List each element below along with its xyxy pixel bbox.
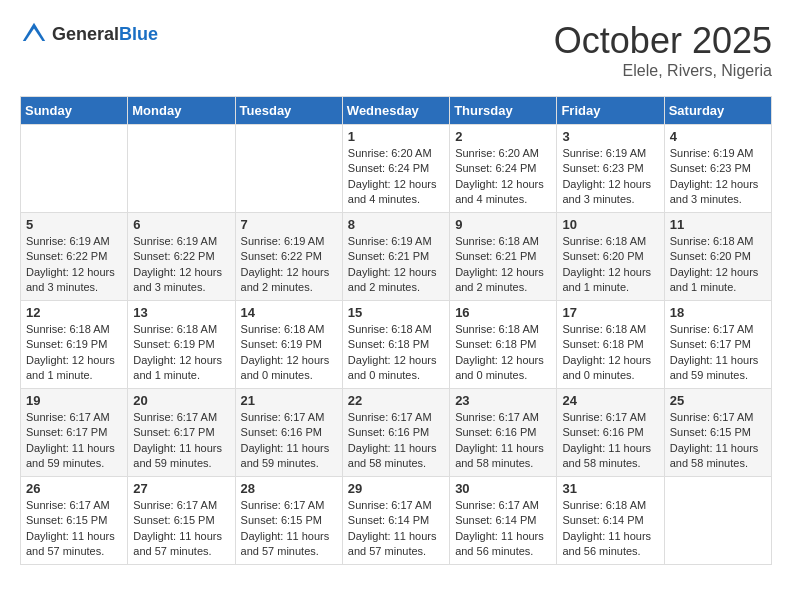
day-number: 19 xyxy=(26,393,122,408)
cell-info: Sunrise: 6:17 AMSunset: 6:16 PMDaylight:… xyxy=(348,410,444,472)
day-number: 16 xyxy=(455,305,551,320)
calendar-cell: 4Sunrise: 6:19 AMSunset: 6:23 PMDaylight… xyxy=(664,125,771,213)
day-number: 27 xyxy=(133,481,229,496)
calendar-cell: 18Sunrise: 6:17 AMSunset: 6:17 PMDayligh… xyxy=(664,301,771,389)
cell-info: Sunrise: 6:18 AMSunset: 6:18 PMDaylight:… xyxy=(455,322,551,384)
page-header: GeneralBlue October 2025 Elele, Rivers, … xyxy=(20,20,772,80)
calendar-cell: 28Sunrise: 6:17 AMSunset: 6:15 PMDayligh… xyxy=(235,477,342,565)
calendar-cell: 12Sunrise: 6:18 AMSunset: 6:19 PMDayligh… xyxy=(21,301,128,389)
cell-info: Sunrise: 6:17 AMSunset: 6:15 PMDaylight:… xyxy=(670,410,766,472)
cell-info: Sunrise: 6:19 AMSunset: 6:22 PMDaylight:… xyxy=(133,234,229,296)
logo-text: GeneralBlue xyxy=(52,24,158,45)
day-number: 21 xyxy=(241,393,337,408)
day-number: 3 xyxy=(562,129,658,144)
day-number: 29 xyxy=(348,481,444,496)
day-number: 7 xyxy=(241,217,337,232)
cell-info: Sunrise: 6:17 AMSunset: 6:15 PMDaylight:… xyxy=(133,498,229,560)
calendar-cell: 17Sunrise: 6:18 AMSunset: 6:18 PMDayligh… xyxy=(557,301,664,389)
calendar-cell: 9Sunrise: 6:18 AMSunset: 6:21 PMDaylight… xyxy=(450,213,557,301)
cell-info: Sunrise: 6:19 AMSunset: 6:23 PMDaylight:… xyxy=(670,146,766,208)
day-number: 23 xyxy=(455,393,551,408)
calendar-cell: 16Sunrise: 6:18 AMSunset: 6:18 PMDayligh… xyxy=(450,301,557,389)
weekday-header-friday: Friday xyxy=(557,97,664,125)
calendar-table: SundayMondayTuesdayWednesdayThursdayFrid… xyxy=(20,96,772,565)
day-number: 9 xyxy=(455,217,551,232)
weekday-header-monday: Monday xyxy=(128,97,235,125)
day-number: 1 xyxy=(348,129,444,144)
weekday-header-thursday: Thursday xyxy=(450,97,557,125)
calendar-cell: 13Sunrise: 6:18 AMSunset: 6:19 PMDayligh… xyxy=(128,301,235,389)
day-number: 2 xyxy=(455,129,551,144)
calendar-cell: 1Sunrise: 6:20 AMSunset: 6:24 PMDaylight… xyxy=(342,125,449,213)
calendar-week-5: 26Sunrise: 6:17 AMSunset: 6:15 PMDayligh… xyxy=(21,477,772,565)
cell-info: Sunrise: 6:19 AMSunset: 6:23 PMDaylight:… xyxy=(562,146,658,208)
calendar-cell: 19Sunrise: 6:17 AMSunset: 6:17 PMDayligh… xyxy=(21,389,128,477)
cell-info: Sunrise: 6:17 AMSunset: 6:16 PMDaylight:… xyxy=(562,410,658,472)
day-number: 8 xyxy=(348,217,444,232)
cell-info: Sunrise: 6:18 AMSunset: 6:19 PMDaylight:… xyxy=(26,322,122,384)
calendar-cell: 20Sunrise: 6:17 AMSunset: 6:17 PMDayligh… xyxy=(128,389,235,477)
calendar-week-1: 1Sunrise: 6:20 AMSunset: 6:24 PMDaylight… xyxy=(21,125,772,213)
weekday-header-sunday: Sunday xyxy=(21,97,128,125)
cell-info: Sunrise: 6:18 AMSunset: 6:20 PMDaylight:… xyxy=(670,234,766,296)
cell-info: Sunrise: 6:18 AMSunset: 6:18 PMDaylight:… xyxy=(562,322,658,384)
cell-info: Sunrise: 6:19 AMSunset: 6:22 PMDaylight:… xyxy=(26,234,122,296)
day-number: 15 xyxy=(348,305,444,320)
calendar-cell: 7Sunrise: 6:19 AMSunset: 6:22 PMDaylight… xyxy=(235,213,342,301)
weekday-header-saturday: Saturday xyxy=(664,97,771,125)
cell-info: Sunrise: 6:19 AMSunset: 6:22 PMDaylight:… xyxy=(241,234,337,296)
cell-info: Sunrise: 6:18 AMSunset: 6:21 PMDaylight:… xyxy=(455,234,551,296)
calendar-cell: 26Sunrise: 6:17 AMSunset: 6:15 PMDayligh… xyxy=(21,477,128,565)
calendar-cell: 15Sunrise: 6:18 AMSunset: 6:18 PMDayligh… xyxy=(342,301,449,389)
cell-info: Sunrise: 6:17 AMSunset: 6:17 PMDaylight:… xyxy=(670,322,766,384)
day-number: 13 xyxy=(133,305,229,320)
calendar-week-4: 19Sunrise: 6:17 AMSunset: 6:17 PMDayligh… xyxy=(21,389,772,477)
calendar-cell: 14Sunrise: 6:18 AMSunset: 6:19 PMDayligh… xyxy=(235,301,342,389)
weekday-header-wednesday: Wednesday xyxy=(342,97,449,125)
day-number: 6 xyxy=(133,217,229,232)
calendar-cell xyxy=(21,125,128,213)
cell-info: Sunrise: 6:20 AMSunset: 6:24 PMDaylight:… xyxy=(455,146,551,208)
cell-info: Sunrise: 6:17 AMSunset: 6:15 PMDaylight:… xyxy=(26,498,122,560)
day-number: 18 xyxy=(670,305,766,320)
day-number: 31 xyxy=(562,481,658,496)
cell-info: Sunrise: 6:20 AMSunset: 6:24 PMDaylight:… xyxy=(348,146,444,208)
day-number: 26 xyxy=(26,481,122,496)
cell-info: Sunrise: 6:18 AMSunset: 6:19 PMDaylight:… xyxy=(241,322,337,384)
month-title: October 2025 xyxy=(554,20,772,62)
weekday-header-tuesday: Tuesday xyxy=(235,97,342,125)
logo-blue: Blue xyxy=(119,24,158,44)
cell-info: Sunrise: 6:18 AMSunset: 6:20 PMDaylight:… xyxy=(562,234,658,296)
calendar-cell xyxy=(664,477,771,565)
logo-general: General xyxy=(52,24,119,44)
weekday-header-row: SundayMondayTuesdayWednesdayThursdayFrid… xyxy=(21,97,772,125)
cell-info: Sunrise: 6:17 AMSunset: 6:16 PMDaylight:… xyxy=(455,410,551,472)
calendar-cell: 24Sunrise: 6:17 AMSunset: 6:16 PMDayligh… xyxy=(557,389,664,477)
calendar-cell xyxy=(128,125,235,213)
cell-info: Sunrise: 6:17 AMSunset: 6:14 PMDaylight:… xyxy=(455,498,551,560)
day-number: 5 xyxy=(26,217,122,232)
calendar-cell: 31Sunrise: 6:18 AMSunset: 6:14 PMDayligh… xyxy=(557,477,664,565)
day-number: 28 xyxy=(241,481,337,496)
day-number: 25 xyxy=(670,393,766,408)
calendar-cell xyxy=(235,125,342,213)
day-number: 12 xyxy=(26,305,122,320)
day-number: 10 xyxy=(562,217,658,232)
calendar-cell: 3Sunrise: 6:19 AMSunset: 6:23 PMDaylight… xyxy=(557,125,664,213)
calendar-cell: 21Sunrise: 6:17 AMSunset: 6:16 PMDayligh… xyxy=(235,389,342,477)
logo-icon xyxy=(20,20,48,48)
calendar-cell: 30Sunrise: 6:17 AMSunset: 6:14 PMDayligh… xyxy=(450,477,557,565)
calendar-cell: 23Sunrise: 6:17 AMSunset: 6:16 PMDayligh… xyxy=(450,389,557,477)
calendar-cell: 27Sunrise: 6:17 AMSunset: 6:15 PMDayligh… xyxy=(128,477,235,565)
day-number: 22 xyxy=(348,393,444,408)
calendar-cell: 22Sunrise: 6:17 AMSunset: 6:16 PMDayligh… xyxy=(342,389,449,477)
calendar-cell: 8Sunrise: 6:19 AMSunset: 6:21 PMDaylight… xyxy=(342,213,449,301)
cell-info: Sunrise: 6:19 AMSunset: 6:21 PMDaylight:… xyxy=(348,234,444,296)
day-number: 30 xyxy=(455,481,551,496)
day-number: 17 xyxy=(562,305,658,320)
cell-info: Sunrise: 6:17 AMSunset: 6:14 PMDaylight:… xyxy=(348,498,444,560)
calendar-week-2: 5Sunrise: 6:19 AMSunset: 6:22 PMDaylight… xyxy=(21,213,772,301)
day-number: 24 xyxy=(562,393,658,408)
calendar-cell: 25Sunrise: 6:17 AMSunset: 6:15 PMDayligh… xyxy=(664,389,771,477)
calendar-cell: 29Sunrise: 6:17 AMSunset: 6:14 PMDayligh… xyxy=(342,477,449,565)
